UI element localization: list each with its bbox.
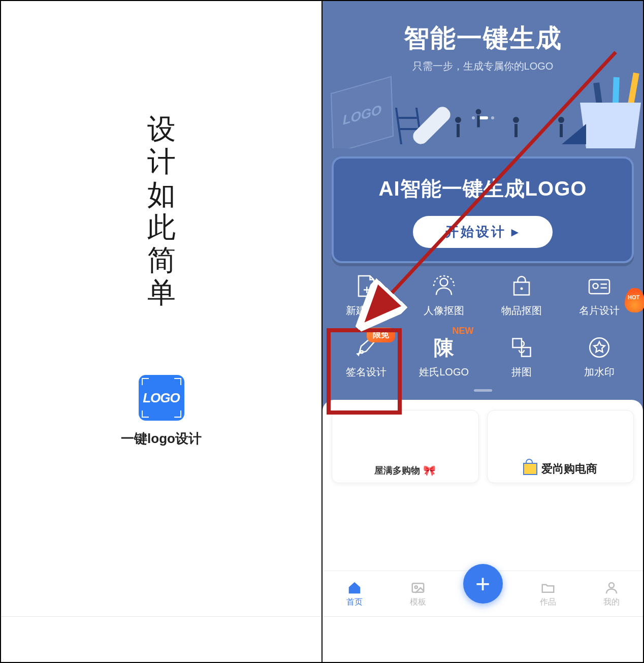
app-branding: LOGO 一键logo设计 [121,375,202,448]
feature-portrait-cutout[interactable]: 人像抠图 [405,273,483,318]
feature-collage[interactable]: 拼图 [483,335,561,379]
svg-point-0 [156,635,167,645]
template-brand-text: 屋满多购物 [374,464,420,477]
free-badge: 限免 [367,328,395,342]
svg-rect-13 [586,636,594,644]
fab-create[interactable]: + [463,564,503,604]
person-cutout-icon [431,273,457,299]
feature-label: 人像抠图 [424,304,464,318]
hero-illustration: LOGO [323,87,643,148]
svg-rect-5 [589,280,609,294]
feature-label: 新建画布 [346,304,387,318]
feature-grid: 新建画布 人像抠图 物品抠图 [323,263,643,381]
feature-object-cutout[interactable]: 物品抠图 [483,273,561,318]
new-badge: NEW [453,326,474,336]
svg-point-6 [593,283,598,289]
nav-label: 首页 [346,597,363,608]
svg-point-12 [478,635,488,645]
canvas-plus-icon [353,273,379,299]
feature-label: 物品抠图 [501,304,542,318]
feature-new-canvas[interactable]: 新建画布 [328,273,405,318]
id-card-icon [587,273,612,299]
feature-label: 签名设计 [346,365,387,379]
nav-templates[interactable]: 模板 [400,580,436,608]
splash-screen: 设计如此简单 LOGO 一键logo设计 [1,1,323,662]
folder-icon [540,580,556,595]
template-card-2[interactable]: 爱尚购电商 [487,410,634,483]
feature-label: 姓氏LOGO [419,365,469,379]
plus-icon: + [475,569,490,598]
nav-works[interactable]: 作品 [530,580,566,608]
home-button[interactable] [471,628,494,651]
puzzle-icon [509,335,534,360]
template-card-1[interactable]: 屋满多购物 🎀 [332,410,479,483]
logo-text: LOGO [143,390,180,406]
template-brand-text: 爱尚购电商 [541,461,597,477]
bottom-nav: 首页 模板 + 作品 我的 [323,571,643,616]
feature-watermark[interactable]: 加水印 [560,335,638,379]
android-nav-bar [323,616,643,662]
feature-surname-logo[interactable]: NEW 陳 姓氏LOGO [405,335,483,379]
ribbon-icon: 🎀 [423,464,436,477]
shopping-bag-icon [523,463,537,475]
image-icon [410,580,426,595]
feature-label: 名片设计 [579,304,620,318]
nav-label: 我的 [603,597,620,608]
recent-button[interactable] [257,628,279,651]
svg-point-10 [414,586,417,588]
svg-rect-1 [264,636,272,644]
hero-banner[interactable]: 智能一键生成 只需一步，生成专属你的LOGO LOGO [323,1,643,148]
nav-mine[interactable]: 我的 [593,580,630,608]
home-icon [347,580,362,595]
feature-signature[interactable]: 限免 签名设计 [328,335,405,379]
hot-flame-icon: HOT [625,288,644,312]
board-logo-text: LOGO [342,102,382,128]
user-icon [604,580,619,595]
start-design-button[interactable]: 开始设计 ▸ [413,216,553,248]
feature-label: 拼图 [511,365,532,379]
android-nav-bar [1,616,321,662]
grid-page-indicator [474,389,492,392]
feature-label: 加水印 [584,365,615,379]
hero-title: 智能一键生成 [323,21,643,55]
start-design-label: 开始设计 [445,223,506,241]
chinese-char-icon: 陳 [431,335,457,360]
app-logo-icon: LOGO [139,375,184,421]
back-button[interactable] [43,628,66,651]
nav-label: 作品 [540,597,556,608]
hot-label: HOT [628,294,639,300]
star-circle-icon [587,335,612,360]
recent-button[interactable] [578,628,601,651]
nav-label: 模板 [410,597,426,608]
ai-card-title: AI智能一键生成LOGO [344,175,622,203]
hero-subtitle: 只需一步，生成专属你的LOGO [323,59,643,73]
home-button[interactable] [150,628,172,651]
bag-icon [509,273,534,299]
svg-point-4 [520,288,523,290]
svg-point-3 [440,278,448,286]
nav-home[interactable]: 首页 [336,580,373,608]
svg-point-11 [609,583,614,588]
slogan-text: 设计如此简单 [147,113,176,309]
back-button[interactable] [365,628,387,651]
app-name: 一键logo设计 [121,430,202,448]
slogan: 设计如此简单 [147,113,176,309]
ai-generate-card[interactable]: AI智能一键生成LOGO 开始设计 ▸ [332,156,634,263]
play-icon: ▸ [511,224,520,240]
home-screen: 智能一键生成 只需一步，生成专属你的LOGO LOGO AI智能一键生成LOGO [323,1,643,662]
